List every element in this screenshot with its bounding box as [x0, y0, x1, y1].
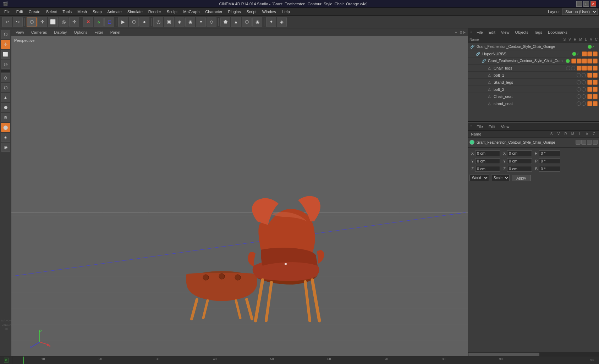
menu-mograph[interactable]: MoGraph	[180, 9, 202, 15]
x-axis-button[interactable]: ✕	[83, 17, 93, 27]
apply-button[interactable]: Apply	[512, 175, 531, 181]
mat-btn-3[interactable]	[587, 140, 592, 145]
left-scale-button[interactable]: ⬜	[1, 50, 10, 59]
left-tool-12[interactable]: ◉	[1, 143, 10, 152]
menu-plugins[interactable]: Plugins	[225, 9, 244, 15]
obj-menu-objects[interactable]: Objects	[513, 30, 529, 35]
menu-create[interactable]: Create	[26, 9, 43, 15]
obj-row-bolt2[interactable]: △ bolt_2	[468, 86, 599, 93]
menu-animate[interactable]: Animate	[105, 9, 125, 15]
obj-row-chair-legs[interactable]: △ Chair_legs	[468, 65, 599, 72]
light-tool-button[interactable]: ◈	[175, 17, 185, 27]
menu-snap[interactable]: Snap	[90, 9, 105, 15]
cube-tool-button[interactable]: ◎	[153, 17, 163, 27]
render-preview-button[interactable]: ▶	[118, 17, 128, 27]
left-tool-7[interactable]: ▲	[1, 93, 10, 102]
timeline-ruler[interactable]: 10 20 30 40 50 60 70 80 90	[13, 357, 585, 364]
render-button[interactable]: ●	[139, 17, 149, 27]
menu-script[interactable]: Script	[244, 9, 259, 15]
menu-simulate[interactable]: Simulate	[125, 9, 145, 15]
menu-sculpt[interactable]: Sculpt	[164, 9, 181, 15]
menu-select[interactable]: Select	[43, 9, 60, 15]
select-tool-button[interactable]: ⬡	[27, 17, 37, 27]
coord-p-input[interactable]	[539, 158, 560, 164]
sky-tool-button[interactable]: ⬡	[242, 17, 252, 27]
obj-row-chair-seat[interactable]: △ Chair_seat	[468, 93, 599, 100]
viewport[interactable]: Perspective	[11, 36, 468, 356]
coord-z-input[interactable]	[475, 166, 500, 172]
deformer-tool-button[interactable]: ✦	[266, 17, 276, 27]
left-tool-5[interactable]: ◇	[1, 73, 10, 82]
left-tool-10[interactable]: ⬤	[1, 123, 10, 132]
obj-row-bolt1[interactable]: △ bolt_1	[468, 72, 599, 79]
viewport-tab-display[interactable]: Display	[52, 29, 69, 35]
coord-y-input[interactable]	[475, 158, 500, 164]
mat-menu-edit[interactable]: Edit	[487, 124, 497, 129]
obj-menu-view[interactable]: View	[500, 30, 511, 35]
menu-window[interactable]: Window	[259, 9, 279, 15]
viewport-tab-filter[interactable]: Filter	[92, 29, 105, 35]
menu-character[interactable]: Character	[202, 9, 225, 15]
viewport-tab-options[interactable]: Options	[72, 29, 89, 35]
y-axis-button[interactable]: ⬦	[94, 17, 104, 27]
menu-edit[interactable]: Edit	[13, 9, 26, 15]
left-move-button[interactable]: ✛	[1, 40, 10, 49]
spline-tool-button[interactable]: ✦	[196, 17, 206, 27]
mat-menu-file[interactable]: File	[475, 124, 484, 129]
h-scrollbar[interactable]	[468, 352, 599, 356]
viewport-tab-panel[interactable]: Panel	[108, 29, 122, 35]
mat-btn-2[interactable]	[581, 140, 586, 145]
material-tool-button[interactable]: ⬟	[220, 17, 230, 27]
env-tool-button[interactable]: ◉	[252, 17, 262, 27]
redo-button[interactable]: ↪	[13, 17, 23, 27]
coord-b-input[interactable]	[539, 166, 560, 172]
obj-menu-edit[interactable]: Edit	[487, 30, 497, 35]
obj-menu-tags[interactable]: Tags	[533, 30, 544, 35]
maximize-button[interactable]: □	[583, 1, 589, 7]
obj-row-root[interactable]: 🔗 Grant_Featherston_Contour_Style_Chair_…	[468, 43, 599, 50]
close-button[interactable]: ✕	[590, 1, 596, 7]
mat-menu-view[interactable]: View	[500, 124, 511, 129]
obj-row-stand-legs[interactable]: △ Stand_legs	[468, 79, 599, 86]
coord-x-input[interactable]	[475, 150, 500, 156]
menu-mesh[interactable]: Mesh	[75, 9, 90, 15]
obj-row-stand-seat[interactable]: △ stand_seat	[468, 100, 599, 107]
sphere-tool-button[interactable]: ▣	[164, 17, 174, 27]
viewport-tab-cameras[interactable]: Cameras	[29, 29, 49, 35]
left-tool-9[interactable]: ≋	[1, 113, 10, 122]
coord-sy-input[interactable]	[507, 158, 532, 164]
menu-help[interactable]: Help	[279, 9, 293, 15]
minimize-button[interactable]: —	[576, 1, 582, 7]
undo-button[interactable]: ↩	[2, 17, 12, 27]
rotate-tool-button[interactable]: ◎	[59, 17, 68, 27]
obj-menu-file[interactable]: File	[475, 30, 484, 35]
obj-row-gf[interactable]: 🔗 Grant_Featherston_Contour_Style_Chair_…	[468, 57, 599, 65]
coord-mode-select[interactable]: World Object	[469, 175, 489, 181]
menu-tools[interactable]: Tools	[60, 9, 75, 15]
material-row[interactable]: Grant_Featherston_Contour_Style_Chair_Or…	[468, 138, 599, 147]
move-tool-button[interactable]: ✛	[37, 17, 47, 27]
left-tool-8[interactable]: ⬟	[1, 103, 10, 112]
mat-btn-4[interactable]	[593, 140, 598, 145]
layout-select[interactable]: Startup (User)	[562, 9, 598, 15]
left-tool-6[interactable]: ⬡	[1, 83, 10, 92]
nurbs-tool-button[interactable]: ◇	[207, 17, 216, 27]
render-settings-button[interactable]: ⬡	[129, 17, 139, 27]
coord-transform-select[interactable]: Scale Size	[491, 175, 510, 181]
menu-render[interactable]: Render	[145, 9, 164, 15]
left-rotate-button[interactable]: ◎	[1, 60, 10, 69]
mat-btn-1[interactable]	[576, 140, 581, 145]
camera-tool-button[interactable]: ◉	[185, 17, 195, 27]
coord-h-input[interactable]	[539, 150, 560, 156]
z-axis-button[interactable]: ◻	[104, 17, 114, 27]
left-select-button[interactable]: ⬡	[1, 30, 10, 39]
obj-row-hypernurbs[interactable]: 🔗 HyperNURBS ✓	[468, 50, 599, 57]
viewport-tab-view[interactable]: View	[13, 29, 26, 35]
add-tool-button[interactable]: ✛	[69, 17, 79, 27]
coord-sx-input[interactable]	[507, 150, 532, 156]
scrollbar-thumb[interactable]	[468, 353, 539, 356]
left-tool-11[interactable]: ◈	[1, 133, 10, 142]
obj-menu-bookmarks[interactable]: Bookmarks	[546, 30, 569, 35]
floor-tool-button[interactable]: ▲	[231, 17, 241, 27]
coord-sz-input[interactable]	[507, 166, 532, 172]
